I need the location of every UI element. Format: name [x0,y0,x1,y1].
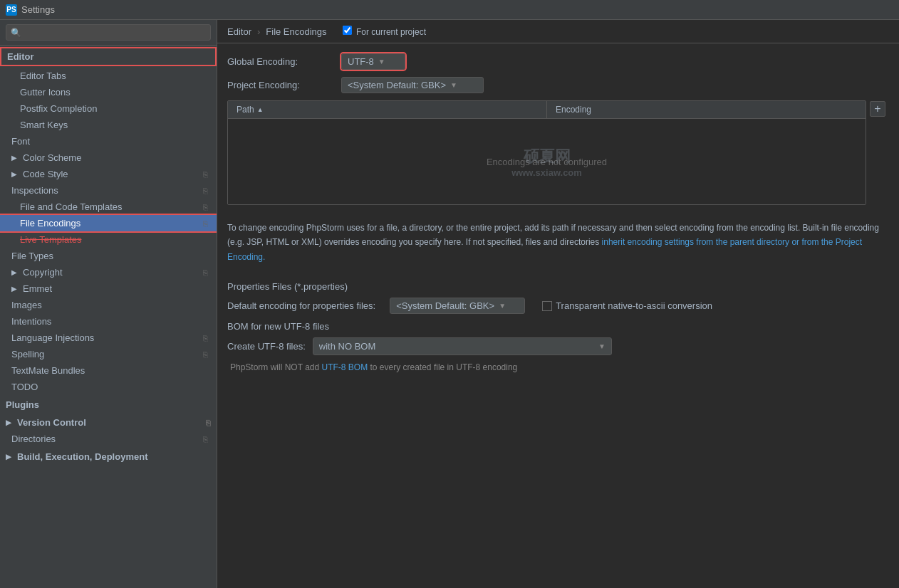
app-icon: PS [6,4,17,16]
dropdown-arrow-icon-4: ▼ [598,342,606,350]
path-column-label: Path [237,105,254,115]
title-bar: PS Settings [0,0,899,20]
sidebar-item-emmet[interactable]: ▶ Emmet [0,280,217,297]
sidebar-item-directories[interactable]: Directories ⎘ [0,431,217,447]
current-project-check[interactable] [343,26,352,35]
create-utf8-row: Create UTF-8 files: with NO BOM ▼ [227,337,889,355]
dropdown-arrow-icon-2: ▼ [450,81,457,89]
content-area: Editor › File Encodings For current proj… [217,20,899,588]
sort-arrow-icon: ▲ [257,106,264,113]
sidebar: 🔍 Editor Editor Tabs Gutter Icons Postfi… [0,20,217,588]
expand-arrow-icon-vc: ▶ [6,419,14,426]
copy-icon-inspections: ⎘ [203,187,208,195]
properties-section-title: Properties Files (*.properties) [227,281,889,292]
expand-arrow-icon-build: ▶ [6,453,14,461]
copy-icon-fct: ⎘ [203,203,208,211]
global-encoding-value: UTF-8 [348,56,374,67]
encodings-table: Path ▲ Encoding 硕夏网 www.sxiaw.com Encodi… [227,100,866,205]
expand-arrow-icon: ▶ [11,154,20,162]
th-encoding: Encoding [547,101,866,118]
search-input[interactable] [24,27,206,38]
global-encoding-dropdown[interactable]: UTF-8 ▼ [341,53,405,70]
nav-section-version-control[interactable]: ▶ Version Control ⎘ [0,413,217,431]
sidebar-item-images[interactable]: Images [0,297,217,313]
copy-icon-dir: ⎘ [203,435,208,443]
create-utf8-label: Create UTF-8 files: [227,341,306,352]
sidebar-item-file-and-code-templates[interactable]: File and Code Templates ⎘ [0,199,217,215]
transparent-label: Transparent native-to-ascii conversion [556,300,712,311]
utf8-bom-link[interactable]: UTF-8 BOM [322,362,370,372]
project-encoding-row: Project Encoding: <System Default: GBK> … [227,77,889,93]
project-encoding-dropdown[interactable]: <System Default: GBK> ▼ [341,77,484,93]
sidebar-item-inspections[interactable]: Inspections ⎘ [0,182,217,199]
copy-icon-vc: ⎘ [206,419,211,427]
content-header: Editor › File Encodings For current proj… [217,20,899,43]
content-body: Global Encoding: UTF-8 ▼ Project Encodin… [217,43,899,588]
sidebar-item-postfix-completion[interactable]: Postfix Completion [0,100,217,117]
expand-arrow-icon-copyright: ▶ [11,268,20,276]
breadcrumb-sep: › [257,26,260,37]
global-encoding-label: Global Encoding: [227,56,341,67]
copy-icon-li: ⎘ [203,334,208,342]
copy-icon-fe: ⎘ [203,219,208,228]
bom-section-title: BOM for new UTF-8 files [227,321,889,332]
sidebar-item-todo[interactable]: TODO [0,379,217,395]
nav-section-editor[interactable]: Editor [0,47,217,66]
sidebar-item-gutter-icons[interactable]: Gutter Icons [0,84,217,100]
copy-icon: ⎘ [203,170,208,179]
global-encoding-row: Global Encoding: UTF-8 ▼ [227,53,889,70]
table-body: 硕夏网 www.sxiaw.com Encodings are not conf… [228,119,866,204]
bom-section: BOM for new UTF-8 files Create UTF-8 fil… [227,321,889,372]
dropdown-arrow-icon-3: ▼ [499,302,506,310]
project-encoding-label: Project Encoding: [227,80,341,90]
sidebar-item-spelling[interactable]: Spelling ⎘ [0,346,217,362]
add-path-button[interactable]: + [870,101,885,117]
default-encoding-dropdown[interactable]: <System Default: GBK> ▼ [390,298,525,314]
table-header: Path ▲ Encoding [228,101,866,119]
project-encoding-value: <System Default: GBK> [348,80,446,90]
breadcrumb-editor: Editor [227,26,251,37]
sidebar-item-language-injections[interactable]: Language Injections ⎘ [0,330,217,346]
sidebar-item-file-types[interactable]: File Types [0,248,217,264]
sidebar-item-textmate-bundles[interactable]: TextMate Bundles [0,362,217,379]
nav-section-build[interactable]: ▶ Build, Execution, Deployment [0,447,217,465]
sidebar-item-code-style[interactable]: ▶ Code Style ⎘ [0,166,217,182]
main-container: 🔍 Editor Editor Tabs Gutter Icons Postfi… [0,20,899,588]
search-input-wrap[interactable]: 🔍 [6,24,211,41]
title-bar-text: Settings [21,4,55,15]
expand-arrow-icon-2: ▶ [11,170,20,178]
properties-encoding-row: Default encoding for properties files: <… [227,298,889,314]
sidebar-item-editor-tabs[interactable]: Editor Tabs [0,68,217,84]
dropdown-arrow-icon: ▼ [378,58,385,65]
breadcrumb-file-encodings: File Encodings [266,26,326,37]
info-link: inherit encoding settings from the paren… [227,237,862,261]
default-encoding-label: Default encoding for properties files: [227,300,375,311]
properties-section: Properties Files (*.properties) Default … [227,281,889,314]
copy-icon-copyright: ⎘ [203,268,208,277]
sidebar-item-intentions[interactable]: Intentions [0,313,217,330]
editor-label: Editor [7,51,34,62]
sidebar-item-smart-keys[interactable]: Smart Keys [0,117,217,133]
search-bar: 🔍 [0,20,217,46]
create-utf8-value: with NO BOM [319,341,375,352]
empty-message: Encodings are not configured [487,157,607,167]
bom-note: PhpStorm will NOT add UTF-8 BOM to every… [227,362,889,372]
sidebar-item-file-encodings[interactable]: File Encodings ⎘ [0,215,217,231]
transparent-checkbox-wrap: Transparent native-to-ascii conversion [542,300,712,311]
sidebar-item-live-templates[interactable]: Live Templates [0,231,217,248]
for-current-project-checkbox[interactable]: For current project [343,26,426,37]
transparent-checkbox[interactable] [542,301,552,311]
create-utf8-dropdown[interactable]: with NO BOM ▼ [313,337,612,355]
copy-icon-spelling: ⎘ [203,350,208,359]
sidebar-item-color-scheme[interactable]: ▶ Color Scheme [0,149,217,166]
default-encoding-value: <System Default: GBK> [396,300,494,311]
expand-arrow-icon-emmet: ▶ [11,285,20,293]
info-text: To change encoding PhpStorm uses for a f… [227,215,889,270]
nav-section-plugins[interactable]: Plugins [0,395,217,413]
sidebar-item-font[interactable]: Font [0,133,217,149]
th-path[interactable]: Path ▲ [228,101,547,118]
search-icon: 🔍 [11,28,21,38]
sidebar-item-copyright[interactable]: ▶ Copyright ⎘ [0,264,217,280]
